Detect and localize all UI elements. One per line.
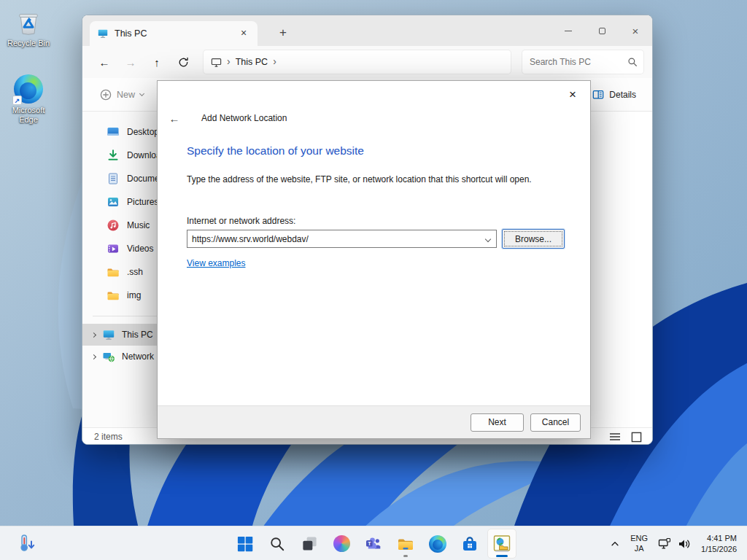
- language-indicator[interactable]: ENG JA: [625, 529, 653, 559]
- edge-label: Microsoft Edge: [4, 106, 53, 125]
- explorer-titlebar[interactable]: This PC × + ×: [82, 15, 652, 46]
- this-pc-crumb-icon: [211, 57, 222, 68]
- breadcrumb-chevron-icon: ›: [227, 56, 231, 68]
- maximize-button[interactable]: [585, 15, 619, 46]
- tray-system-icons[interactable]: [653, 529, 696, 559]
- forward-button[interactable]: →: [119, 50, 142, 74]
- widgets-button[interactable]: [6, 529, 48, 559]
- cancel-button[interactable]: Cancel: [530, 413, 581, 432]
- next-button[interactable]: Next: [471, 413, 524, 432]
- chevron-down-icon: [139, 90, 144, 96]
- breadcrumb-this-pc[interactable]: This PC: [236, 57, 268, 67]
- explorer-tab-this-pc[interactable]: This PC ×: [90, 21, 258, 46]
- details-pane-button[interactable]: Details: [588, 85, 640, 105]
- search-icon: [627, 57, 638, 67]
- language-secondary: JA: [635, 544, 644, 554]
- recycle-bin-shortcut[interactable]: Recycle Bin: [4, 7, 53, 48]
- item-count: 2 items: [94, 432, 123, 442]
- new-tab-button[interactable]: +: [274, 24, 293, 42]
- search-button[interactable]: [263, 529, 292, 559]
- details-button-label: Details: [609, 90, 636, 100]
- plus-circle-icon: [100, 89, 112, 101]
- chevron-right-icon[interactable]: [91, 332, 96, 337]
- task-view-icon: [301, 535, 318, 552]
- copilot-button[interactable]: [327, 529, 356, 559]
- chevron-up-icon: [610, 539, 620, 549]
- tab-close-icon[interactable]: ×: [237, 27, 250, 40]
- new-button[interactable]: New: [94, 85, 150, 105]
- tray-time: 4:41 PM: [707, 533, 737, 543]
- microsoft-store-icon: [461, 535, 479, 553]
- start-button[interactable]: [231, 529, 260, 559]
- edge-icon: ↗: [14, 74, 43, 104]
- details-pane-icon: [592, 89, 604, 101]
- dialog-close-icon[interactable]: ×: [565, 87, 581, 103]
- refresh-icon: [178, 57, 189, 68]
- weather-widget-icon: [16, 533, 38, 555]
- teams-icon: T: [365, 535, 382, 553]
- volume-icon: [678, 537, 691, 551]
- dialog-back-button[interactable]: ←: [163, 112, 185, 125]
- folder-icon: [107, 289, 120, 302]
- minimize-button[interactable]: [551, 15, 585, 46]
- address-field-label: Internet or network address:: [187, 216, 295, 226]
- back-button[interactable]: ←: [93, 50, 116, 74]
- address-bar[interactable]: › This PC ›: [204, 50, 511, 74]
- browse-button[interactable]: Browse...: [502, 229, 565, 249]
- music-icon: [107, 219, 120, 232]
- tab-title: This PC: [115, 28, 231, 39]
- shortcut-arrow-icon: ↗: [12, 96, 22, 105]
- refresh-button[interactable]: [171, 50, 195, 74]
- dialog-heading: Specify the location of your website: [187, 144, 364, 158]
- explorer-navbar: ← → ↑ › This PC ›: [82, 46, 652, 78]
- up-button[interactable]: ↑: [145, 50, 169, 74]
- running-app-indicator: [403, 555, 408, 557]
- dialog-title: Add Network Location: [201, 113, 287, 123]
- tray-overflow-button[interactable]: [605, 529, 625, 559]
- recycle-bin-label: Recycle Bin: [4, 39, 53, 48]
- downloads-icon: [107, 149, 120, 162]
- active-app-indicator: [496, 555, 508, 557]
- search-box[interactable]: [522, 50, 643, 74]
- window-close-button[interactable]: ×: [619, 15, 652, 46]
- search-icon: [269, 536, 285, 552]
- breadcrumb-chevron-icon: ›: [273, 56, 276, 68]
- recycle-bin-icon: [14, 7, 43, 36]
- file-explorer-button[interactable]: [391, 529, 420, 559]
- edge-shortcut[interactable]: ↗ Microsoft Edge: [4, 74, 53, 125]
- dialog-description: Type the address of the website, FTP sit…: [187, 174, 568, 184]
- network-tray-icon: [658, 537, 671, 551]
- pictures-icon: [107, 195, 120, 209]
- search-input[interactable]: [530, 57, 627, 67]
- file-explorer-icon: [397, 535, 414, 553]
- desktop-icon: [107, 125, 120, 139]
- edge-icon: [429, 535, 446, 553]
- svg-text:T: T: [368, 540, 371, 545]
- view-examples-link[interactable]: View examples: [187, 258, 245, 268]
- network-wizard-button[interactable]: [487, 529, 516, 559]
- clock[interactable]: 4:41 PM 1/15/2026: [696, 529, 744, 559]
- teams-button[interactable]: T: [359, 529, 388, 559]
- thumbnail-view-icon[interactable]: [631, 432, 642, 443]
- tray-date: 1/15/2026: [701, 544, 737, 554]
- add-network-location-icon: [492, 534, 511, 553]
- task-view-button[interactable]: [295, 529, 324, 559]
- copilot-icon: [333, 535, 350, 552]
- add-network-location-dialog: × ← Add Network Location Specify the loc…: [157, 80, 591, 439]
- network-icon: [102, 350, 115, 363]
- edge-button[interactable]: [423, 529, 452, 559]
- videos-icon: [107, 242, 120, 255]
- dialog-footer: Next Cancel: [158, 405, 590, 438]
- address-input[interactable]: [187, 230, 496, 247]
- documents-icon: [107, 172, 120, 185]
- store-button[interactable]: [455, 529, 484, 559]
- folder-icon: [107, 265, 120, 279]
- windows-start-icon: [237, 536, 253, 552]
- address-combobox[interactable]: [187, 230, 497, 248]
- list-view-icon[interactable]: [609, 432, 621, 442]
- taskbar: T: [0, 526, 747, 560]
- this-pc-icon: [102, 328, 115, 341]
- chevron-right-icon[interactable]: [91, 354, 96, 359]
- language-primary: ENG: [630, 534, 648, 544]
- new-button-label: New: [117, 90, 135, 100]
